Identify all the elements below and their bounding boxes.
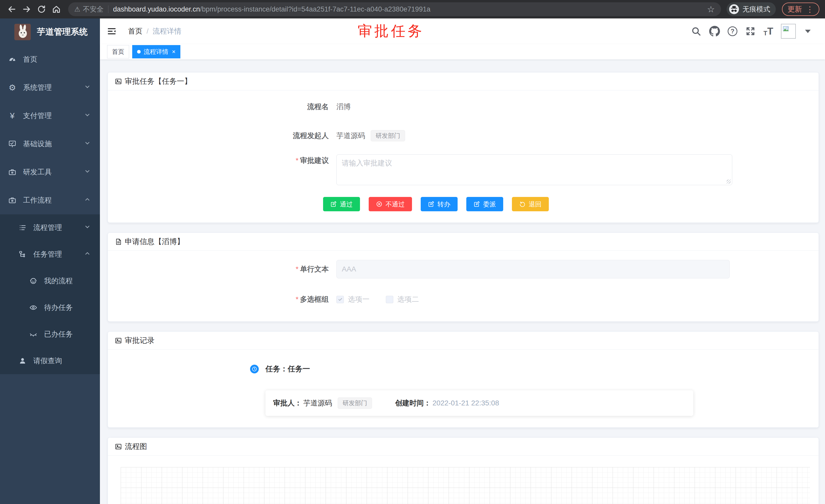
suggestion-label: *审批建议 bbox=[108, 154, 333, 167]
breadcrumb: 首页 / 流程详情 bbox=[128, 26, 181, 36]
address-bar[interactable]: ⚠ 不安全 dashboard.yudao.iocoder.cn/bpm/pro… bbox=[68, 2, 721, 16]
approval-record-card: 审批记录 任务：任务一 审批人： 芋道源码 研发部门 创建时间： 2022-01… bbox=[107, 331, 819, 428]
sidebar-item-label: 任务管理 bbox=[33, 249, 62, 259]
transfer-button[interactable]: 转办 bbox=[421, 197, 458, 211]
browser-update-button[interactable]: 更新 ⋮ bbox=[782, 3, 819, 16]
main-area: 首页 / 流程详情 审批任务 ? TT bbox=[100, 18, 825, 504]
sidebar-item-todo-tasks[interactable]: 待办任务 bbox=[0, 294, 100, 321]
timeline-task-title: 任务：任务一 bbox=[266, 364, 310, 374]
browser-back-button[interactable] bbox=[6, 3, 18, 15]
bookmark-star-icon[interactable]: ☆ bbox=[707, 4, 715, 14]
record-detail-card: 审批人： 芋道源码 研发部门 创建时间： 2022-01-21 22:35:08 bbox=[266, 390, 693, 416]
rabbit-logo-icon bbox=[14, 24, 31, 40]
incognito-badge: 无痕模式 bbox=[727, 2, 776, 16]
browser-reload-button[interactable] bbox=[35, 3, 48, 15]
sidebar-logo-row[interactable]: 芋道管理系统 bbox=[0, 18, 100, 45]
single-line-input[interactable] bbox=[336, 260, 730, 278]
edit-icon bbox=[330, 201, 337, 207]
return-button[interactable]: 退回 bbox=[512, 197, 549, 211]
sidebar-item-task-mgmt[interactable]: 任务管理 bbox=[0, 241, 100, 268]
header-actions: ? TT bbox=[691, 24, 811, 39]
edit-icon bbox=[428, 201, 435, 207]
picture-icon bbox=[115, 443, 122, 450]
app-title: 芋道管理系统 bbox=[37, 26, 88, 37]
process-name-value: 滔博 bbox=[333, 102, 351, 112]
sidebar-item-infra[interactable]: 基础设施 bbox=[0, 130, 100, 158]
sidebar-item-devtools[interactable]: 研发工具 bbox=[0, 158, 100, 186]
sidebar-item-workflow[interactable]: 工作流程 bbox=[0, 186, 100, 215]
font-size-icon[interactable]: TT bbox=[763, 26, 773, 37]
sidebar-item-label: 待办任务 bbox=[44, 303, 73, 313]
search-icon[interactable] bbox=[691, 26, 701, 36]
help-icon[interactable]: ? bbox=[728, 26, 737, 36]
sidebar-fold-icon[interactable] bbox=[106, 26, 117, 36]
tab-home[interactable]: 首页 bbox=[107, 45, 129, 58]
incognito-icon bbox=[729, 4, 739, 15]
arrow-right-icon bbox=[22, 5, 31, 14]
timeline-clock-icon bbox=[250, 365, 259, 373]
yen-icon: ¥ bbox=[7, 111, 17, 120]
card-title: 审批记录 bbox=[125, 335, 154, 346]
update-label: 更新 bbox=[788, 4, 802, 14]
sidebar-item-label: 已办任务 bbox=[44, 329, 73, 339]
sidebar-item-label: 请假查询 bbox=[33, 356, 62, 366]
incognito-label: 无痕模式 bbox=[743, 5, 770, 14]
gear-icon: ⚙ bbox=[7, 83, 17, 92]
home-icon bbox=[52, 5, 61, 14]
textarea-resize-grip[interactable] bbox=[727, 179, 731, 184]
checkbox-checked-icon bbox=[336, 296, 344, 303]
briefcase-icon bbox=[7, 196, 17, 204]
dashboard-icon bbox=[7, 55, 17, 64]
chevron-up-icon bbox=[84, 250, 91, 259]
breadcrumb-home[interactable]: 首页 bbox=[128, 26, 142, 36]
fullscreen-icon[interactable] bbox=[745, 26, 756, 36]
page-title: 审批任务 bbox=[358, 21, 424, 41]
checkbox-option-1[interactable]: 选项一 bbox=[336, 295, 369, 304]
sidebar-item-leave-query[interactable]: 请假查询 bbox=[0, 347, 100, 374]
tab-process-detail[interactable]: 流程详情 × bbox=[132, 45, 180, 58]
process-name-row: 流程名 滔博 bbox=[108, 102, 764, 112]
suggestion-textarea[interactable] bbox=[336, 154, 732, 185]
approve-button[interactable]: 通过 bbox=[323, 197, 360, 211]
github-icon[interactable] bbox=[709, 26, 720, 36]
sidebar-item-payment[interactable]: ¥ 支付管理 bbox=[0, 102, 100, 130]
sidebar-item-label: 系统管理 bbox=[23, 83, 52, 92]
browser-chrome: ⚠ 不安全 dashboard.yudao.iocoder.cn/bpm/pro… bbox=[0, 0, 825, 18]
browser-menu-icon[interactable]: ⋮ bbox=[806, 5, 814, 14]
picture-icon bbox=[115, 337, 122, 344]
avatar[interactable] bbox=[781, 24, 796, 39]
single-line-label: *单行文本 bbox=[108, 260, 333, 278]
browser-home-button[interactable] bbox=[50, 3, 63, 15]
approval-card-header: 审批任务【任务一】 bbox=[108, 73, 819, 90]
required-asterisk: * bbox=[296, 157, 298, 164]
approval-task-card: 审批任务【任务一】 流程名 滔博 流程发起人 芋道源码 研发部门 *审批建议 bbox=[107, 72, 819, 223]
sidebar-item-home[interactable]: 首页 bbox=[0, 45, 100, 74]
picture-icon bbox=[115, 78, 122, 85]
sidebar-item-done-tasks[interactable]: 已办任务 bbox=[0, 321, 100, 347]
tab-bar: 首页 流程详情 × bbox=[100, 44, 825, 60]
sidebar-item-process-mgmt[interactable]: 流程管理 bbox=[0, 215, 100, 241]
page-header: 首页 / 流程详情 审批任务 ? TT bbox=[100, 18, 825, 44]
arrow-left-icon bbox=[7, 5, 16, 14]
card-title: 申请信息【滔博】 bbox=[125, 237, 184, 247]
delegate-button[interactable]: 委派 bbox=[466, 197, 503, 211]
avatar-dropdown-caret-icon[interactable] bbox=[805, 30, 811, 33]
checkbox-option-2[interactable]: 选项二 bbox=[386, 295, 419, 304]
process-name-label: 流程名 bbox=[108, 102, 333, 111]
bpmn-diagram-canvas[interactable] bbox=[121, 467, 810, 504]
dept-tag: 研发部门 bbox=[371, 130, 405, 141]
refresh-left-icon bbox=[519, 201, 526, 207]
browser-forward-button[interactable] bbox=[20, 3, 33, 15]
edit-icon bbox=[473, 201, 480, 207]
sidebar-item-system[interactable]: ⚙ 系统管理 bbox=[0, 74, 100, 102]
sidebar-item-label: 我的流程 bbox=[44, 276, 73, 286]
sidebar-item-my-process[interactable]: 我的流程 bbox=[0, 268, 100, 294]
reject-button[interactable]: 不通过 bbox=[369, 197, 412, 211]
timeline-item: 任务：任务一 bbox=[108, 364, 819, 373]
reload-icon bbox=[37, 5, 46, 14]
card-title: 审批任务【任务一】 bbox=[125, 76, 192, 87]
eye-closed-icon bbox=[28, 330, 39, 338]
tab-close-icon[interactable]: × bbox=[172, 48, 175, 55]
approver-label: 审批人： bbox=[273, 398, 302, 408]
checkbox-group: 选项一 选项二 bbox=[333, 294, 419, 305]
